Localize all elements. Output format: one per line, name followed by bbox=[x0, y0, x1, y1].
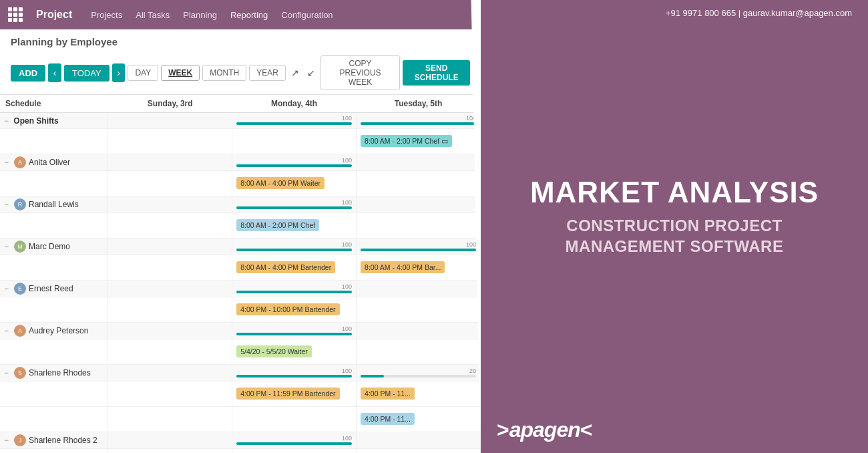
progress-label: 100 bbox=[236, 367, 352, 374]
sharlene-sub2-tue: 4:00 PM - 11... bbox=[357, 407, 481, 432]
shift-block[interactable]: 8:00 AM - 4:00 PM Bar... bbox=[361, 261, 445, 273]
shift-block[interactable]: 4:00 PM - 10:00 PM Bartender bbox=[236, 303, 339, 315]
avatar: R bbox=[14, 198, 26, 210]
table-row: − J Sharlene Rhodes 2 100 bbox=[0, 432, 481, 449]
shift-block[interactable]: 8:00 AM - 4:00 PM Waiter bbox=[236, 177, 324, 189]
table-row: 4:00 PM - 11:59 PM Waiter 4:00 PM... bbox=[0, 449, 481, 454]
randall-sub-sun bbox=[108, 213, 232, 239]
collapse-icon[interactable]: − bbox=[4, 158, 9, 167]
emp-name: Sharlene Rhodes 2 bbox=[29, 436, 97, 445]
anita-sun bbox=[108, 154, 232, 171]
progress-bar bbox=[236, 206, 352, 209]
logo-bracket-right: < bbox=[580, 418, 593, 442]
progress-bar-b bbox=[361, 122, 476, 125]
shift-block[interactable]: 4:00 PM - 11:59 PM Bartender bbox=[236, 388, 339, 400]
open-shift-sub-sun bbox=[108, 129, 232, 154]
add-button[interactable]: ADD bbox=[11, 65, 45, 82]
sharlene-sub2 bbox=[0, 407, 108, 432]
sharlene-sub bbox=[0, 382, 108, 407]
nav-reporting[interactable]: Reporting bbox=[230, 10, 268, 20]
marc-sub bbox=[0, 255, 108, 281]
toolbar: ADD ‹ TODAY › DAY WEEK MONTH YEAR ↗ ↙ CO… bbox=[0, 51, 481, 95]
progress-bar bbox=[236, 333, 352, 335]
table-row: − M Marc Demo 100 100 bbox=[0, 239, 481, 255]
next-button[interactable]: › bbox=[112, 63, 126, 82]
shift-block[interactable]: 4:00 PM - 11... bbox=[361, 388, 415, 400]
sharlene-sub-mon: 4:00 PM - 11:59 PM Bartender bbox=[232, 382, 357, 407]
collapse-icon[interactable]: − bbox=[4, 436, 9, 445]
copy-prev-week-button[interactable]: COPY PREVIOUS WEEK bbox=[320, 55, 400, 90]
prev-button[interactable]: ‹ bbox=[48, 63, 61, 82]
sub-title-line2: CONSTRUCTION PROJECT MANAGEMENT SOFTWARE bbox=[566, 215, 784, 257]
collapse-icon[interactable]: − bbox=[4, 284, 9, 293]
market-analysis-title: MARKET ANALYSIS bbox=[530, 176, 819, 208]
collapse-icon[interactable]: − bbox=[4, 326, 9, 335]
day-button[interactable]: DAY bbox=[128, 65, 158, 81]
col-monday: Monday, 4th bbox=[232, 95, 357, 113]
table-row: 8:00 AM - 2:00 PM Chef bbox=[0, 213, 481, 239]
marc-sub-tue: 8:00 AM - 4:00 PM Bar... bbox=[357, 255, 481, 281]
audrey-tue bbox=[357, 323, 481, 339]
ernest-sub-sun bbox=[108, 297, 232, 323]
col-tuesday: Tuesday, 5th bbox=[357, 95, 481, 113]
emp-name: Randall Lewis bbox=[29, 200, 79, 209]
table-row: − R Randall Lewis 100 bbox=[0, 196, 481, 213]
progress-bar bbox=[236, 164, 352, 167]
today-button[interactable]: TODAY bbox=[64, 65, 110, 82]
expand-button[interactable]: ↗ bbox=[288, 66, 302, 80]
table-row: − E Ernest Reed 100 bbox=[0, 281, 481, 297]
logo-apagen: apagen bbox=[509, 418, 580, 442]
progress-bar bbox=[236, 291, 352, 293]
audrey-sub bbox=[0, 339, 108, 365]
collapse-icon[interactable]: − bbox=[4, 368, 9, 378]
week-button[interactable]: WEEK bbox=[161, 65, 200, 81]
sharlene-sub-tue: 4:00 PM - 11... bbox=[357, 382, 481, 407]
table-row: − S Sharlene Rhodes 100 20 bbox=[0, 365, 481, 382]
anita-sub-mon: 8:00 AM - 4:00 PM Waiter bbox=[232, 171, 357, 196]
sharlene-tue: 20 bbox=[357, 365, 481, 382]
nav-planning[interactable]: Planning bbox=[183, 10, 217, 20]
avatar: S bbox=[14, 367, 26, 379]
schedule-container: Schedule Sunday, 3rd Monday, 4th Tuesday… bbox=[0, 95, 481, 453]
collapse-icon[interactable]: − bbox=[4, 242, 9, 251]
sub-title-software: MANAGEMENT SOFTWARE bbox=[566, 237, 784, 255]
sharlene-sub2-sun bbox=[108, 407, 232, 432]
nav-all-tasks[interactable]: All Tasks bbox=[136, 10, 170, 20]
progress-label: 100 bbox=[236, 157, 352, 164]
shift-block[interactable]: 8:00 AM - 2:00 PM Chef ▭ bbox=[361, 135, 452, 147]
col-sunday: Sunday, 3rd bbox=[108, 95, 232, 113]
logo-bar: >apagen< bbox=[481, 407, 868, 453]
marc-mon: 100 bbox=[232, 239, 357, 255]
send-schedule-button[interactable]: SEND SCHEDULE bbox=[403, 60, 470, 86]
progress-bar bbox=[361, 249, 476, 251]
jennie-sub-tue: 4:00 PM... bbox=[357, 449, 481, 454]
shift-block[interactable]: 4:00 PM - 11... bbox=[361, 413, 415, 425]
open-shift-sub-tue: 8:00 AM - 2:00 PM Chef ▭ bbox=[357, 129, 481, 154]
shift-block[interactable]: 8:00 AM - 4:00 PM Bartender bbox=[236, 261, 335, 273]
ernest-sub bbox=[0, 297, 108, 323]
anita-sub-tue bbox=[357, 171, 481, 196]
progress-label-100: 100 bbox=[236, 115, 352, 122]
emp-name: Anita Oliver bbox=[29, 158, 70, 167]
shift-block[interactable]: 8:00 AM - 2:00 PM Chef bbox=[236, 219, 319, 231]
marc-tue: 100 bbox=[357, 239, 481, 255]
emp-name: Sharlene Rhodes bbox=[29, 368, 91, 378]
anita-mon: 100 bbox=[232, 154, 357, 171]
progress-label: 100 bbox=[236, 283, 352, 290]
shift-block[interactable]: 5/4/20 - 5/5/20 Waiter bbox=[236, 345, 312, 357]
year-button[interactable]: YEAR bbox=[249, 65, 286, 81]
grid-menu-icon[interactable] bbox=[8, 7, 23, 22]
nav-projects[interactable]: Projects bbox=[91, 10, 122, 20]
sharlene-sub-sun bbox=[108, 382, 232, 407]
collapse-icon[interactable]: − bbox=[4, 116, 9, 126]
month-button[interactable]: MONTH bbox=[202, 65, 246, 81]
emp-name: Ernest Reed bbox=[29, 284, 73, 293]
table-row: 4:00 PM - 11:59 PM Bartender 4:00 PM - 1… bbox=[0, 382, 481, 407]
ernest-sub-mon: 4:00 PM - 10:00 PM Bartender bbox=[232, 297, 357, 323]
compress-button[interactable]: ↙ bbox=[304, 66, 318, 80]
collapse-icon[interactable]: − bbox=[4, 200, 9, 209]
nav-configuration[interactable]: Configuration bbox=[281, 10, 333, 20]
table-row: 5/4/20 - 5/5/20 Waiter bbox=[0, 339, 481, 365]
anita-tue bbox=[357, 154, 481, 171]
logo: >apagen< bbox=[497, 418, 592, 442]
